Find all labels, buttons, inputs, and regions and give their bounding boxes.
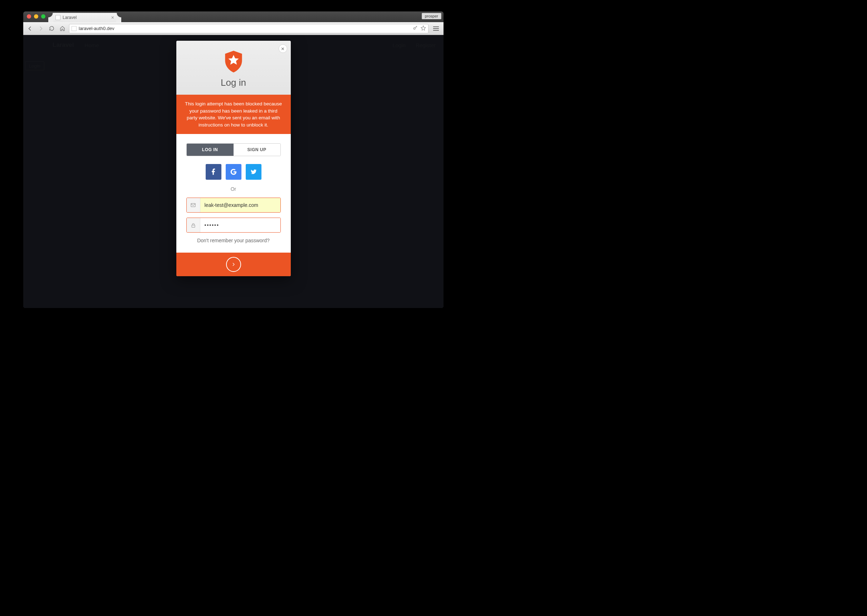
error-banner: This login attempt has been blocked beca… <box>177 95 291 134</box>
facebook-login-button[interactable] <box>206 164 221 180</box>
submit-bar <box>177 253 291 276</box>
tab-title: Laravel <box>63 15 77 20</box>
menu-button[interactable] <box>431 24 441 33</box>
close-icon[interactable] <box>279 44 287 53</box>
back-button[interactable] <box>26 25 34 33</box>
reload-button[interactable] <box>47 25 55 33</box>
password-input[interactable] <box>200 218 281 232</box>
auth-mode-tabs: LOG IN SIGN UP <box>186 143 281 156</box>
profile-badge[interactable]: prosper <box>422 13 441 19</box>
close-window-button[interactable] <box>27 14 31 19</box>
submit-button[interactable] <box>226 257 241 272</box>
or-divider: Or <box>186 186 281 192</box>
password-key-icon[interactable] <box>413 25 418 32</box>
home-button[interactable] <box>58 25 66 33</box>
address-bar[interactable]: laravel-auth0.dev <box>69 24 429 33</box>
forgot-password-link[interactable]: Don't remember your password? <box>186 237 281 243</box>
password-field-wrapper <box>186 218 281 233</box>
auth0-shield-icon <box>224 51 243 73</box>
lock-icon <box>187 218 200 232</box>
email-input[interactable] <box>200 198 281 212</box>
google-login-button[interactable] <box>226 164 241 180</box>
lock-header: Log in <box>177 41 291 95</box>
social-login-row <box>186 164 281 180</box>
tab-close-icon[interactable]: × <box>111 15 114 20</box>
page-viewport: Laravel Home Login Register Login <box>23 35 443 308</box>
auth-lock-widget: Log in This login attempt has been block… <box>177 41 291 276</box>
tab-signup[interactable]: SIGN UP <box>233 144 281 156</box>
site-info-icon[interactable] <box>71 26 77 31</box>
svg-point-0 <box>413 28 415 29</box>
window-controls <box>27 14 46 19</box>
browser-window: Laravel × prosper laravel-auth0.dev <box>23 11 443 308</box>
bookmark-star-icon[interactable] <box>421 25 426 32</box>
tab-login[interactable]: LOG IN <box>187 144 233 156</box>
page-favicon-icon <box>55 15 60 20</box>
email-field-wrapper <box>186 198 281 212</box>
lock-title: Log in <box>177 77 291 88</box>
lock-body: LOG IN SIGN UP Or <box>177 134 291 253</box>
browser-tab[interactable]: Laravel × <box>53 13 117 22</box>
twitter-login-button[interactable] <box>246 164 262 180</box>
minimize-window-button[interactable] <box>34 14 38 19</box>
maximize-window-button[interactable] <box>41 14 46 19</box>
url-text: laravel-auth0.dev <box>79 26 115 31</box>
email-icon <box>187 198 200 212</box>
browser-toolbar: laravel-auth0.dev <box>23 22 443 35</box>
tab-strip: Laravel × prosper <box>23 11 443 22</box>
forward-button[interactable] <box>37 25 45 33</box>
svg-rect-2 <box>192 225 195 227</box>
